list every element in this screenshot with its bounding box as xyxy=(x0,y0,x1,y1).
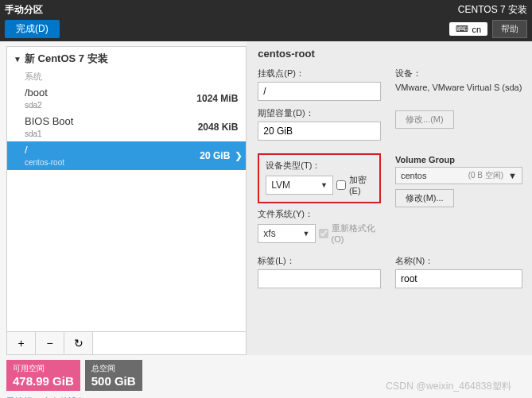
partition-name: /boot xyxy=(25,87,48,100)
partition-row-biosboot[interactable]: BIOS Boot sda1 2048 KiB xyxy=(7,113,246,141)
remove-partition-button[interactable]: − xyxy=(36,332,64,354)
device-type-select[interactable]: LVM ▼ xyxy=(266,176,333,195)
lang-code: cn xyxy=(472,25,481,34)
capacity-input[interactable] xyxy=(258,122,381,141)
label-input[interactable] xyxy=(258,269,381,288)
chevron-down-icon: ▼ xyxy=(320,181,328,189)
tree-header[interactable]: ▼ 新 CentOS 7 安装 xyxy=(7,47,246,71)
partition-row-root[interactable]: / centos-root 20 GiB ❯ xyxy=(7,141,246,170)
available-space-value: 478.99 GiB xyxy=(13,374,74,388)
partition-device: sda1 xyxy=(25,129,73,139)
encrypt-label: 加密(E) xyxy=(349,174,373,195)
volume-group-label: Volume Group xyxy=(395,155,522,164)
name-input[interactable] xyxy=(395,269,522,288)
partition-tree: ▼ 新 CentOS 7 安装 系统 /boot sda2 1024 MiB B… xyxy=(6,46,247,355)
device-type-highlight: 设备类型(T)： LVM ▼ 加密(E) xyxy=(258,153,381,203)
mountpoint-label: 挂载点(P)： xyxy=(258,68,381,79)
details-title: centos-root xyxy=(258,48,522,60)
device-type-label: 设备类型(T)： xyxy=(266,160,373,172)
available-space-tile: 可用空间 478.99 GiB xyxy=(6,360,80,391)
add-partition-button[interactable]: + xyxy=(7,332,36,354)
filesystem-label: 文件系统(Y)： xyxy=(258,208,381,220)
reformat-checkbox xyxy=(319,229,328,238)
system-label: 系统 xyxy=(7,71,246,84)
details-pane: centos-root 挂载点(P)： 设备： VMware, VMware V… xyxy=(247,41,532,355)
filesystem-value: xfs xyxy=(263,228,275,239)
total-space-value: 500 GiB xyxy=(91,374,136,388)
available-space-label: 可用空间 xyxy=(13,363,74,374)
total-space-tile: 总空间 500 GiB xyxy=(85,360,142,391)
reload-button[interactable]: ↻ xyxy=(64,332,93,354)
help-button[interactable]: 帮助 xyxy=(492,20,527,38)
chevron-down-icon: ▼ xyxy=(303,230,310,238)
partition-name: BIOS Boot xyxy=(25,115,73,129)
keyboard-icon: ⌨ xyxy=(456,24,468,34)
caret-down-icon: ▼ xyxy=(14,55,21,64)
chevron-right-icon: ❯ xyxy=(235,150,243,161)
partition-row-boot[interactable]: /boot sda2 1024 MiB xyxy=(7,84,246,113)
tree-header-label: 新 CentOS 7 安装 xyxy=(25,52,108,66)
volume-group-value: centos xyxy=(401,171,426,180)
partition-device: sda2 xyxy=(25,100,48,110)
volume-group-select[interactable]: centos (0 B 空闲) ▼ xyxy=(395,167,522,184)
modify-device-button[interactable]: 修改...(M) xyxy=(395,110,454,129)
device-label: 设备： xyxy=(395,68,522,79)
installer-title: CENTOS 7 安装 xyxy=(458,3,527,17)
reformat-label: 重新格式化(O) xyxy=(332,222,381,244)
device-type-value: LVM xyxy=(271,180,290,191)
storage-devices-link[interactable]: 已选择 1 个存储设备(S) xyxy=(0,391,532,398)
name-label: 名称(N)： xyxy=(395,255,522,267)
partition-device: centos-root xyxy=(25,157,64,168)
capacity-label: 期望容量(D)： xyxy=(258,107,381,119)
chevron-down-icon: ▼ xyxy=(508,171,517,180)
device-value: VMware, VMware Virtual S (sda) xyxy=(395,82,522,94)
filesystem-select[interactable]: xfs ▼ xyxy=(258,224,315,243)
label-label: 标签(L)： xyxy=(258,255,381,267)
mountpoint-input[interactable] xyxy=(258,82,381,101)
modify-vg-button[interactable]: 修改(M)... xyxy=(395,189,454,207)
partition-name: / xyxy=(25,144,64,157)
keyboard-layout-badge[interactable]: ⌨ cn xyxy=(449,22,487,36)
total-space-label: 总空间 xyxy=(91,363,136,374)
encrypt-checkbox[interactable] xyxy=(336,180,346,190)
page-title: 手动分区 xyxy=(5,3,60,17)
volume-group-free: (0 B 空闲) xyxy=(468,170,503,181)
done-button[interactable]: 完成(D) xyxy=(5,20,60,38)
partition-size: 2048 KiB xyxy=(198,122,239,133)
partition-size: 20 GiB xyxy=(200,150,230,161)
partition-size: 1024 MiB xyxy=(196,93,238,104)
